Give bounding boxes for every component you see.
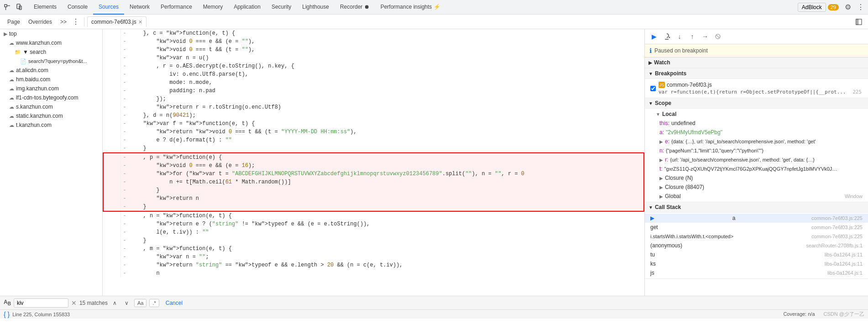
line-marker: - (121, 120, 128, 128)
search-next-button[interactable]: ∨ (122, 298, 131, 308)
code-line-content: , m = "kw">function(e, t) { (128, 245, 644, 253)
tab-overrides[interactable]: Overrides (25, 17, 56, 27)
sidebar-item-img-kanzhun[interactable]: ☁ img.kanzhun.com (0, 84, 102, 93)
search-regex-toggle[interactable]: .* (149, 299, 159, 307)
tab-page[interactable]: Page (4, 17, 24, 27)
sidebar-item-kanzhun[interactable]: ☁ www.kanzhun.com (0, 38, 102, 47)
line-marker: - (121, 62, 128, 70)
line-marker: - (121, 54, 128, 62)
call-stack-section: ▼ Call Stack ▶ a common-7e6f03.js:225 ge… (645, 202, 868, 279)
tab-performance[interactable]: Performance (155, 0, 198, 15)
inspect-icon[interactable] (2, 2, 13, 13)
sidebar-item-static-kanzhun[interactable]: ☁ static.kanzhun.com (0, 111, 102, 120)
step-over-button[interactable] (661, 31, 672, 42)
scope-header[interactable]: ▼ Scope (645, 98, 868, 109)
device-icon[interactable] (14, 2, 25, 13)
tab-more[interactable]: >> (57, 17, 70, 27)
line-number (103, 269, 121, 277)
tab-elements[interactable]: Elements (28, 0, 62, 15)
sidebar-item-s-kanzhun[interactable]: ☁ s.kanzhun.com (0, 102, 102, 111)
sidebar-item-alicdn[interactable]: ☁ at.alicdn.com (0, 66, 102, 75)
stack-frame-ks[interactable]: ks libs-0a1264.js:11 (645, 259, 868, 268)
code-line-content: , r = o.AES.decrypt(e.toString(), n.key,… (128, 62, 644, 70)
breakpoint-checkbox[interactable] (650, 86, 656, 91)
search-input[interactable] (14, 298, 68, 308)
scope-local-header[interactable]: ▼ Local (645, 110, 868, 119)
code-line: - "kw">return n (103, 194, 644, 203)
search-clear-button[interactable]: ✕ (71, 299, 77, 307)
stack-frame-get[interactable]: get common-7e6f03.js:225 (645, 223, 868, 232)
line-marker: - (121, 78, 128, 87)
code-line: - e ? d(e).format(t) : "" (103, 136, 644, 144)
line-number (103, 103, 121, 111)
sidebar-item-search-file[interactable]: 📄 search/?query=python&t... (0, 57, 102, 66)
tab-sources[interactable]: Sources (93, 0, 124, 15)
call-stack-header[interactable]: ▼ Call Stack (645, 202, 868, 213)
step-out-button[interactable]: ↑ (687, 31, 698, 42)
sidebar-item-bytegoofy[interactable]: ☁ lf1-cdn-tos.bytegoofy.com (0, 93, 102, 102)
folder-open-icon: 📁 (15, 49, 21, 55)
resume-button[interactable]: ▶ (648, 31, 659, 42)
scope-this[interactable]: this: undefined (645, 119, 868, 128)
sidebar-item-search[interactable]: 📁 ▼ search (0, 47, 102, 57)
line-number (103, 220, 121, 228)
line-number (103, 144, 121, 153)
more-options-icon[interactable]: ⋮ (855, 2, 866, 13)
code-line: - , p = "kw">function(e) { (103, 153, 644, 162)
code-line: - n += t[Math.ceil(61 * Math.random())] (103, 178, 644, 186)
code-line: - , n = "kw">function(e, t) { (103, 211, 644, 220)
sidebar-item-baidu[interactable]: ☁ hm.baidu.com (0, 75, 102, 84)
scope-a[interactable]: a: "2v9HMyUfmdV5ePbg" (645, 128, 868, 137)
line-marker: - (121, 211, 128, 220)
code-line-content: "kw">return e ? ("string" != "kw">typeof… (128, 220, 644, 228)
line-number (103, 245, 121, 253)
tab-console[interactable]: Console (62, 0, 93, 15)
code-line: - padding: n.pad (103, 87, 644, 95)
stack-frame-tu[interactable]: tu libs-0a1264.js:11 (645, 250, 868, 259)
breakpoint-row[interactable]: JS common-7e6f03.js var r=function(e,t){… (645, 80, 868, 97)
tab-recorder[interactable]: Recorder ⏺ (335, 0, 375, 15)
search-cancel-button[interactable]: Cancel (162, 299, 186, 307)
code-line-content: padding: n.pad (128, 87, 644, 95)
code-line-content: , p = "kw">function(e) { (128, 153, 644, 162)
file-tab[interactable]: common-7e6f03.js ✕ (87, 16, 146, 27)
tab-memory[interactable]: Memory (198, 0, 228, 15)
collapse-panel-icon[interactable] (853, 16, 864, 27)
close-file-tab[interactable]: ✕ (138, 19, 142, 25)
scope-closure-88407[interactable]: ▶ Closure (88407) (645, 183, 868, 192)
tab-lighthouse[interactable]: Lighthouse (297, 0, 335, 15)
scope-r[interactable]: ▶ r: {url: '/api_to/search/comprehensive… (645, 155, 868, 164)
search-prev-button[interactable]: ∧ (110, 298, 120, 308)
line-marker: - (121, 203, 128, 211)
line-marker: - (121, 170, 128, 178)
tab-application[interactable]: Application (228, 0, 266, 15)
code-editor[interactable]: - }, c = "kw">function(e, t) {- "kw">voi… (103, 29, 644, 296)
sidebar-item-t-kanzhun[interactable]: ☁ t.kanzhun.com (0, 120, 102, 130)
tab-perf-insights[interactable]: Performance insights ⚡ (375, 0, 446, 15)
settings-icon[interactable]: ⚙ (842, 2, 853, 13)
breakpoints-header[interactable]: ▼ Breakpoints (645, 68, 868, 79)
divider (84, 17, 84, 26)
scope-e[interactable]: ▶ e: {data: {…}, url: '/api_to/search/co… (645, 137, 868, 146)
stack-frame-computed[interactable]: i.startsWith.i.startsWith.t.<computed> c… (645, 232, 868, 241)
step-into-button[interactable]: ↓ (674, 31, 685, 42)
scope-global[interactable]: ▶ Global Window (645, 192, 868, 201)
stack-frame-js[interactable]: js libs-0a1264.js:1 (645, 268, 868, 277)
deactivate-breakpoints-button[interactable] (712, 31, 723, 42)
more-options-button[interactable]: ⋮ (70, 16, 81, 27)
tab-network[interactable]: Network (124, 0, 155, 15)
stack-frame-anonymous[interactable]: (anonymous) searchRouter-2708fb.js:1 (645, 241, 868, 250)
sidebar-item-top[interactable]: ▶ top (0, 29, 102, 38)
scope-t[interactable]: t: "gxrZS11Q-zQXUhQV72tjYKmcI76G2pXPKuaj… (645, 164, 868, 173)
tab-security[interactable]: Security (266, 0, 297, 15)
code-line: - , m = "kw">function(e, t) { (103, 245, 644, 253)
step-button[interactable]: → (700, 31, 711, 42)
watch-header[interactable]: ▶ Watch (645, 57, 868, 68)
scope-closure-n[interactable]: ▶ Closure (N) (645, 173, 868, 183)
scope-n[interactable]: n: {"pageNum":1,"limit":10,"query":"\"py… (645, 146, 868, 155)
search-case-toggle[interactable]: Aa (134, 299, 146, 307)
adblock-button[interactable]: AdBlock (798, 3, 826, 12)
call-stack-arrow-icon: ▼ (648, 205, 653, 210)
line-number (103, 62, 121, 70)
stack-frame-a[interactable]: ▶ a common-7e6f03.js:225 (645, 214, 868, 223)
